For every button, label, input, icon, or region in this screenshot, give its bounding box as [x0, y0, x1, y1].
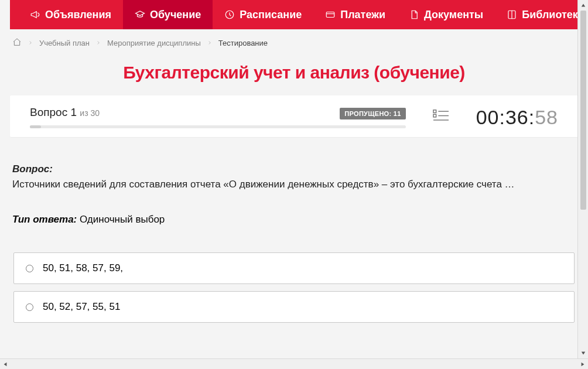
answer-radio[interactable] — [26, 265, 33, 272]
question-counter: Вопрос 1 из 30 — [30, 106, 100, 119]
nav-item-announcements[interactable]: Объявления — [18, 0, 123, 29]
scrollbar-track[interactable] — [580, 11, 587, 348]
top-nav: Объявления Обучение Расписание Платежи — [10, 0, 578, 29]
answer-option-text: 50, 51, 58, 57, 59, — [43, 262, 123, 274]
question-list-button[interactable] — [432, 108, 450, 126]
question-label: Вопрос: — [12, 163, 53, 175]
nav-item-documents[interactable]: Документы — [397, 0, 495, 29]
question-of-word: из — [80, 108, 88, 118]
megaphone-icon — [30, 9, 40, 20]
vertical-scrollbar[interactable] — [577, 0, 588, 358]
answer-type-label: Тип ответа: — [12, 214, 77, 225]
nav-label: Объявления — [45, 9, 111, 21]
scroll-right-arrow-icon[interactable] — [577, 359, 588, 370]
answer-radio[interactable] — [26, 303, 33, 311]
answer-option[interactable]: 50, 51, 58, 57, 59, — [13, 252, 575, 284]
book-icon — [507, 9, 517, 20]
page-title: Бухгалтерский учет и анализ (обучение) — [10, 54, 578, 95]
nav-item-library[interactable]: Библиотека — [495, 0, 588, 29]
question-text: Источники сведений для составления отчет… — [12, 179, 515, 190]
breadcrumb-link-plan[interactable]: Учебный план — [39, 39, 90, 47]
scrollbar-track[interactable] — [11, 361, 577, 368]
answer-options: 50, 51, 58, 57, 59, 50, 52, 57, 55, 51 — [10, 233, 578, 323]
svg-rect-2 — [433, 110, 436, 113]
scrollbar-thumb[interactable] — [580, 11, 586, 210]
chevron-right-icon — [95, 39, 101, 47]
progress-card: Вопрос 1 из 30 ПРОПУЩЕНО: 11 — [10, 95, 578, 137]
answer-type-value: Одиночный выбор — [80, 214, 165, 225]
question-block: Вопрос: Источники сведений для составлен… — [10, 137, 578, 197]
svg-rect-4 — [433, 114, 436, 117]
document-icon — [409, 9, 419, 20]
nav-item-learning[interactable]: Обучение — [123, 0, 213, 29]
card-icon — [325, 9, 336, 20]
nav-item-payments[interactable]: Платежи — [313, 0, 397, 29]
progress-bar-fill — [30, 125, 41, 128]
breadcrumb-link-event[interactable]: Мероприятие дисциплины — [107, 39, 201, 47]
nav-label: Обучение — [150, 9, 201, 21]
question-total: 30 — [90, 108, 100, 118]
breadcrumb: Учебный план Мероприятие дисциплины Тест… — [10, 29, 578, 54]
timer-seconds: 58 — [535, 106, 558, 128]
question-current: 1 — [70, 106, 77, 118]
question-word: Вопрос — [30, 106, 67, 118]
chevron-right-icon — [207, 39, 213, 47]
timer: 00:36:58 — [476, 106, 558, 129]
graduation-cap-icon — [135, 9, 145, 20]
nav-label: Документы — [424, 9, 483, 21]
scroll-left-arrow-icon[interactable] — [0, 359, 11, 370]
answer-type-row: Тип ответа: Одиночный выбор — [10, 197, 578, 233]
chevron-right-icon — [28, 39, 33, 47]
timer-main: 00:36: — [476, 106, 535, 128]
breadcrumb-current: Тестирование — [218, 39, 268, 47]
horizontal-scrollbar[interactable] — [0, 358, 588, 369]
breadcrumb-home[interactable] — [12, 37, 22, 49]
nav-item-schedule[interactable]: Расписание — [213, 0, 313, 29]
answer-option-text: 50, 52, 57, 55, 51 — [43, 301, 120, 313]
nav-label: Расписание — [240, 9, 302, 21]
svg-rect-1 — [326, 12, 334, 18]
clock-icon — [224, 9, 235, 20]
nav-label: Библиотека — [522, 9, 584, 21]
nav-label: Платежи — [340, 9, 385, 21]
skipped-badge: ПРОПУЩЕНО: 11 — [340, 108, 405, 119]
progress-bar — [30, 125, 406, 128]
scroll-down-arrow-icon[interactable] — [578, 348, 589, 358]
answer-option[interactable]: 50, 52, 57, 55, 51 — [13, 291, 575, 323]
scroll-up-arrow-icon[interactable] — [578, 0, 589, 11]
